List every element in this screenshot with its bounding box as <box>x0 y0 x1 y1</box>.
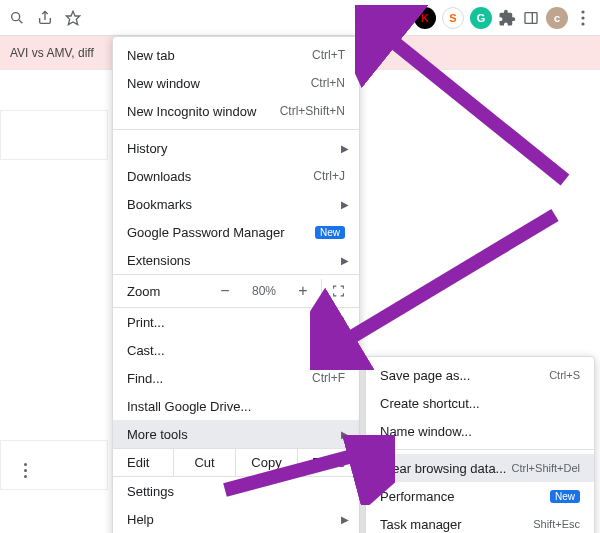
chevron-right-icon: ▶ <box>341 143 349 154</box>
menu-dots-icon[interactable] <box>574 9 592 27</box>
side-panel-icon[interactable] <box>522 9 540 27</box>
chevron-right-icon: ▶ <box>341 255 349 266</box>
menu-history[interactable]: History▶ <box>113 134 359 162</box>
bg-panel <box>0 110 108 160</box>
menu-settings[interactable]: Settings <box>113 477 359 505</box>
chrome-main-menu: New tabCtrl+T New windowCtrl+N New Incog… <box>112 36 360 533</box>
svg-rect-3 <box>525 12 537 23</box>
svg-point-5 <box>581 10 584 13</box>
extensions-puzzle-icon[interactable] <box>498 9 516 27</box>
zoom-lens-icon[interactable] <box>8 9 26 27</box>
browser-toolbar: a K S G c <box>0 0 600 36</box>
bg-panel <box>0 440 108 490</box>
zoom-value: 80% <box>247 284 281 298</box>
amazon-ext-icon[interactable]: a <box>386 7 408 29</box>
zoom-out-button[interactable]: − <box>215 282 235 300</box>
copy-button[interactable]: Copy <box>235 449 297 476</box>
menu-zoom-row: Zoom − 80% + <box>113 274 359 308</box>
svg-point-7 <box>581 22 584 25</box>
menu-extensions[interactable]: Extensions▶ <box>113 246 359 274</box>
menu-passwords[interactable]: Google Password ManagerNew <box>113 218 359 246</box>
menu-more-tools[interactable]: More tools▶ <box>113 420 359 448</box>
edit-label: Edit <box>113 449 173 476</box>
menu-new-window[interactable]: New windowCtrl+N <box>113 69 359 97</box>
zoom-label: Zoom <box>127 284 215 299</box>
submenu-performance[interactable]: PerformanceNew <box>366 482 594 510</box>
menu-bookmarks[interactable]: Bookmarks▶ <box>113 190 359 218</box>
menu-edit-row: Edit Cut Copy Paste <box>113 448 359 477</box>
menu-print[interactable]: Print...Ctrl+P <box>113 308 359 336</box>
chevron-right-icon: ▶ <box>341 429 349 440</box>
chevron-right-icon: ▶ <box>341 514 349 525</box>
svg-line-11 <box>330 215 555 350</box>
grammarly-ext-icon[interactable]: G <box>470 7 492 29</box>
paste-button[interactable]: Paste <box>297 449 359 476</box>
chevron-right-icon: ▶ <box>341 199 349 210</box>
submenu-clear-browsing-data[interactable]: Clear browsing data...Ctrl+Shift+Del <box>366 454 594 482</box>
s-ext-icon[interactable]: S <box>442 7 464 29</box>
new-badge: New <box>550 490 580 503</box>
menu-find[interactable]: Find...Ctrl+F <box>113 364 359 392</box>
menu-new-tab[interactable]: New tabCtrl+T <box>113 41 359 69</box>
submenu-task-manager[interactable]: Task managerShift+Esc <box>366 510 594 533</box>
k-ext-icon[interactable]: K <box>414 7 436 29</box>
svg-point-0 <box>12 12 20 20</box>
menu-install-drive[interactable]: Install Google Drive... <box>113 392 359 420</box>
zoom-in-button[interactable]: + <box>293 282 313 300</box>
svg-marker-2 <box>66 11 79 24</box>
fullscreen-icon[interactable] <box>321 279 345 303</box>
submenu-create-shortcut[interactable]: Create shortcut... <box>366 389 594 417</box>
share-icon[interactable] <box>36 9 54 27</box>
submenu-save-as[interactable]: Save page as...Ctrl+S <box>366 361 594 389</box>
overflow-dots-icon[interactable] <box>20 455 30 485</box>
menu-help[interactable]: Help▶ <box>113 505 359 533</box>
svg-point-6 <box>581 16 584 19</box>
profile-avatar[interactable]: c <box>546 7 568 29</box>
menu-downloads[interactable]: DownloadsCtrl+J <box>113 162 359 190</box>
menu-new-incognito[interactable]: New Incognito windowCtrl+Shift+N <box>113 97 359 125</box>
bookmark-star-icon[interactable] <box>64 9 82 27</box>
cut-button[interactable]: Cut <box>173 449 235 476</box>
tab-title[interactable]: AVI vs AMV, diff <box>10 46 94 60</box>
more-tools-submenu: Save page as...Ctrl+S Create shortcut...… <box>365 356 595 533</box>
svg-line-1 <box>19 20 22 23</box>
menu-cast[interactable]: Cast... <box>113 336 359 364</box>
new-badge: New <box>315 226 345 239</box>
submenu-name-window[interactable]: Name window... <box>366 417 594 445</box>
